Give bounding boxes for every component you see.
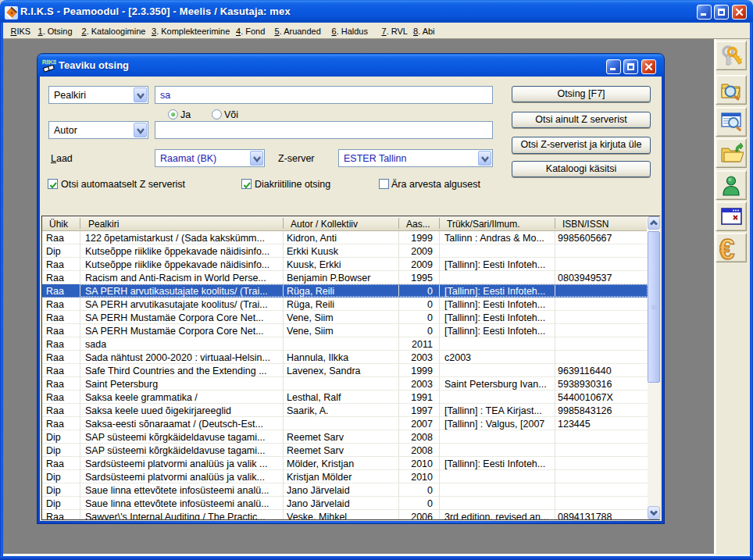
svg-text:€: € xyxy=(719,236,735,261)
svg-text:RiKS: RiKS xyxy=(42,59,56,66)
